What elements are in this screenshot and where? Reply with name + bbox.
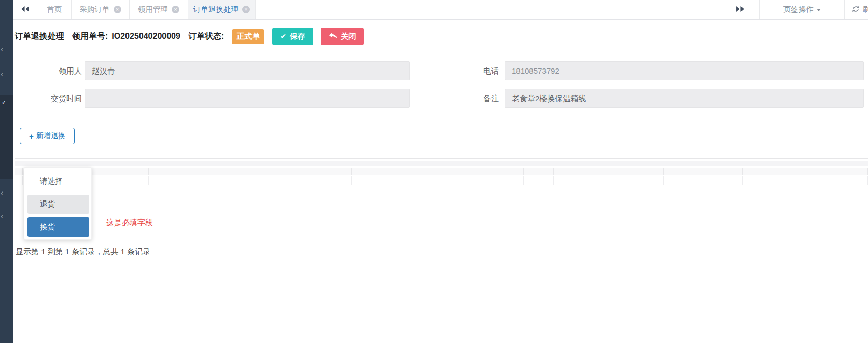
chevron-left-icon[interactable]: ‹ — [1, 45, 3, 53]
table-header-cell — [813, 168, 868, 175]
table-header-cell — [149, 168, 221, 175]
collapsed-sidebar: ‹ ‹ ✓ ‹ ‹ — [0, 0, 13, 343]
scroll-tabs-left-button[interactable] — [13, 0, 37, 19]
refresh-button[interactable]: 刷新 — [844, 0, 868, 19]
table-header-row — [15, 168, 868, 175]
tab-label: 订单退换处理 — [193, 5, 239, 15]
refresh-icon — [852, 5, 860, 15]
table-cell — [813, 176, 868, 185]
table-header-cell — [221, 168, 284, 175]
field-label-remarks: 备注 — [441, 89, 499, 108]
table-header-cell — [524, 168, 554, 175]
field-label-delivery-time: 交货时间 — [15, 89, 82, 108]
field-label-requisitioner: 领用人 — [15, 61, 82, 80]
tab-requisition-management[interactable]: 领用管理 × — [130, 0, 188, 19]
delivery-time-field — [85, 89, 410, 108]
save-label: 保存 — [290, 32, 305, 42]
table-header-cell — [92, 168, 97, 175]
app-window: ‹ ‹ ✓ ‹ ‹ 首页 采购订单 × 领用管理 × 订单退换处理 × — [0, 0, 868, 343]
order-number-value: IO2025040200009 — [111, 32, 180, 41]
table-header-cell — [15, 168, 23, 175]
add-return-exchange-button[interactable]: + 新增退换 — [20, 128, 75, 144]
table-header-cell — [601, 168, 664, 175]
close-tab-icon[interactable]: × — [242, 6, 250, 13]
tab-label: 首页 — [47, 5, 62, 15]
tab-label: 采购订单 — [80, 5, 110, 15]
tab-operations-label: 页签操作 — [783, 5, 814, 15]
table-row — [15, 176, 868, 185]
tab-operations-dropdown[interactable]: 页签操作 — [759, 0, 844, 19]
record-count-summary: 显示第 1 到第 1 条记录，总共 1 条记录 — [16, 247, 150, 257]
close-button[interactable]: 关闭 — [321, 28, 364, 45]
table-cell — [601, 176, 664, 185]
scroll-tabs-right-button[interactable] — [721, 0, 759, 19]
chevron-left-icon[interactable]: ‹ — [1, 212, 3, 221]
tab-purchase-order[interactable]: 采购订单 × — [72, 0, 130, 19]
table-cell — [284, 176, 352, 185]
table-cell — [221, 176, 284, 185]
return-type-dropdown: 请选择 退货 换货 — [24, 167, 92, 240]
sidebar-active-section — [0, 95, 13, 179]
caret-down-icon — [817, 9, 821, 11]
close-tab-icon[interactable]: × — [172, 6, 179, 13]
remarks-field: 老食堂2楼换保温箱线 — [505, 89, 864, 108]
order-number-label: 领用单号: — [72, 31, 108, 42]
tab-bar: 首页 采购订单 × 领用管理 × 订单退换处理 × 页签操作 — [13, 0, 868, 20]
status-badge: 正式单 — [232, 29, 264, 44]
table-header-cell — [664, 168, 743, 175]
dropdown-option-return[interactable]: 退货 — [27, 195, 89, 214]
table-header-cell — [443, 168, 524, 175]
fast-forward-icon — [736, 6, 745, 14]
order-toolbar: 订单退换处理 领用单号: IO2025040200009 订单状态: 正式单 ✔… — [15, 27, 364, 46]
table-cell — [149, 176, 221, 185]
table-cell — [664, 176, 743, 185]
table-cell — [352, 176, 443, 185]
tab-bar-right-controls: 页签操作 刷新 — [721, 0, 868, 19]
table-header-cell — [284, 168, 352, 175]
requisitioner-field: 赵汉青 — [85, 61, 410, 80]
field-label-phone: 电话 — [441, 61, 499, 80]
dropdown-option-placeholder[interactable]: 请选择 — [27, 172, 89, 190]
table-cell — [743, 176, 813, 185]
table-cell — [554, 176, 601, 185]
plus-icon: + — [29, 132, 34, 141]
table-cell — [97, 176, 149, 185]
table-cell — [524, 176, 554, 185]
chevron-left-icon[interactable]: ‹ — [1, 70, 3, 78]
table-top-border — [15, 158, 868, 159]
tab-order-return-processing[interactable]: 订单退换处理 × — [188, 0, 256, 19]
table-header-cell — [743, 168, 813, 175]
order-status-label: 订单状态: — [188, 31, 224, 42]
tab-home[interactable]: 首页 — [37, 0, 72, 19]
check-icon[interactable]: ✓ — [2, 100, 6, 105]
reply-arrow-icon — [329, 32, 337, 41]
dropdown-option-exchange[interactable]: 换货 — [27, 217, 89, 237]
close-label: 关闭 — [341, 32, 356, 42]
tab-label: 领用管理 — [138, 5, 168, 15]
table-cell — [443, 176, 524, 185]
chevron-left-icon[interactable]: ‹ — [1, 189, 3, 197]
refresh-label: 刷新 — [863, 5, 868, 15]
table-cell — [92, 176, 97, 185]
table-cell — [15, 176, 23, 185]
required-field-message: 这是必填字段 — [106, 218, 153, 228]
rewind-icon — [21, 6, 30, 14]
table-toolbar-strip — [15, 161, 868, 166]
table-header-cell — [97, 168, 149, 175]
section-divider — [20, 121, 868, 121]
add-return-exchange-label: 新增退换 — [36, 131, 65, 141]
table-header-cell — [554, 168, 601, 175]
save-button[interactable]: ✔ 保存 — [272, 28, 313, 45]
order-number-pair: 领用单号: IO2025040200009 — [72, 31, 180, 42]
close-tab-icon[interactable]: × — [114, 6, 121, 13]
table-header-cell — [352, 168, 443, 175]
page-title: 订单退换处理 — [15, 31, 64, 42]
phone-field: 18108573792 — [505, 61, 864, 80]
check-icon: ✔ — [280, 32, 286, 40]
